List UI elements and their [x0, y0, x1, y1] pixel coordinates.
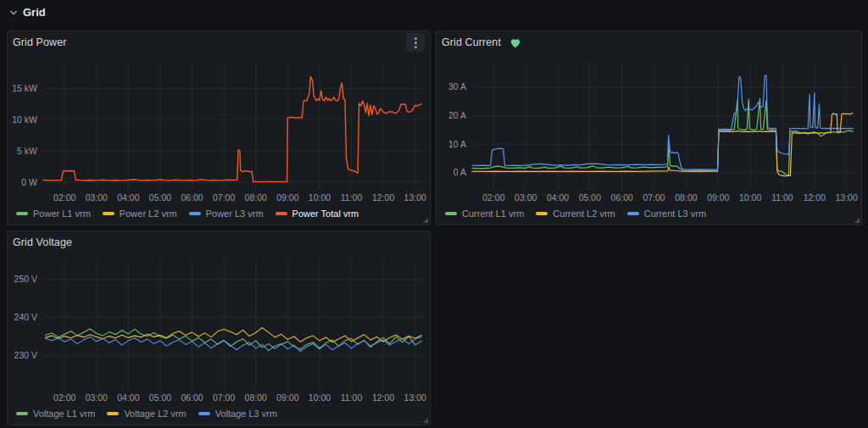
x-tick-label: 07:00 — [643, 192, 665, 203]
y-tick-label: 20 A — [448, 110, 466, 120]
legend-label: Voltage L3 vrm — [215, 409, 277, 419]
panel-grid-current: Grid Current 02:0003:0004:0005:0006:0007… — [436, 31, 862, 225]
chart-grid-power[interactable]: 02:0003:0004:0005:0006:0007:0008:0009:00… — [8, 53, 430, 204]
panel-title: Grid Current — [442, 36, 501, 48]
x-tick-label: 11:00 — [771, 192, 793, 203]
legend-grid-power: Power L1 vrmPower L2 vrmPower L3 vrmPowe… — [8, 204, 430, 225]
legend-item-power-l1-vrm[interactable]: Power L1 vrm — [16, 208, 91, 219]
x-tick-label: 11:00 — [341, 192, 363, 203]
legend-swatch — [103, 212, 114, 215]
x-tick-label: 02:00 — [53, 192, 75, 203]
x-tick-label: 12:00 — [804, 192, 826, 203]
kebab-menu-icon[interactable] — [406, 33, 425, 52]
x-tick-label: 05:00 — [579, 192, 601, 203]
x-tick-label: 03:00 — [86, 392, 108, 403]
panel-header[interactable]: Grid Voltage — [8, 231, 430, 253]
legend-label: Power L3 vrm — [206, 208, 264, 219]
x-tick-label: 03:00 — [86, 192, 108, 203]
legend-grid-voltage: Voltage L1 vrmVoltage L2 vrmVoltage L3 v… — [8, 404, 430, 425]
y-tick-label: 0 W — [21, 177, 37, 187]
x-tick-label: 06:00 — [611, 192, 633, 203]
y-tick-label: 0 A — [453, 167, 466, 177]
x-tick-label: 08:00 — [245, 392, 267, 403]
x-tick-label: 05:00 — [149, 392, 171, 403]
y-tick-label: 30 A — [448, 81, 466, 92]
y-tick-label: 240 V — [14, 312, 37, 322]
x-tick-label: 04:00 — [117, 392, 139, 403]
chart-grid-current[interactable]: 02:0003:0004:0005:0006:0007:0008:0009:00… — [437, 53, 861, 204]
panel-header[interactable]: Grid Current — [437, 31, 861, 53]
legend-item-current-l3-vrm[interactable]: Current L3 vrm — [627, 208, 706, 219]
legend-item-power-l2-vrm[interactable]: Power L2 vrm — [103, 208, 177, 219]
heart-icon — [509, 37, 521, 48]
panel-title: Grid Power — [13, 36, 67, 48]
legend-item-voltage-l2-vrm[interactable]: Voltage L2 vrm — [107, 409, 186, 419]
legend-swatch — [198, 412, 210, 415]
x-tick-label: 10:00 — [309, 392, 331, 403]
legend-label: Power Total vrm — [292, 208, 359, 219]
legend-swatch — [16, 212, 28, 215]
x-tick-label: 06:00 — [181, 392, 203, 403]
legend-label: Current L2 vrm — [553, 208, 615, 219]
x-tick-label: 08:00 — [245, 192, 267, 203]
y-tick-label: 250 V — [14, 274, 37, 284]
legend-label: Power L2 vrm — [120, 208, 177, 219]
y-tick-label: 230 V — [14, 350, 37, 360]
y-tick-label: 10 A — [448, 139, 466, 149]
legend-swatch — [189, 212, 201, 215]
x-tick-label: 09:00 — [276, 392, 298, 403]
panel-header[interactable]: Grid Power — [8, 31, 430, 53]
chevron-down-icon — [8, 8, 19, 18]
x-tick-label: 13:00 — [836, 192, 858, 203]
x-tick-label: 13:00 — [404, 392, 426, 403]
panel-grid-voltage: Grid Voltage 02:0003:0004:0005:0006:0007… — [7, 231, 431, 425]
legend-swatch — [107, 412, 119, 415]
legend-swatch — [445, 212, 457, 215]
x-tick-label: 12:00 — [372, 392, 394, 403]
x-tick-label: 10:00 — [309, 192, 331, 203]
chart-grid-voltage[interactable]: 02:0003:0004:0005:0006:0007:0008:0009:00… — [8, 253, 430, 404]
legend-label: Voltage L2 vrm — [124, 409, 186, 419]
x-tick-label: 04:00 — [547, 192, 569, 203]
legend-swatch — [16, 412, 28, 415]
x-tick-label: 07:00 — [213, 192, 235, 203]
panel-resize-handle[interactable] — [423, 418, 428, 423]
x-tick-label: 07:00 — [213, 392, 235, 403]
x-tick-label: 06:00 — [181, 192, 203, 203]
legend-item-voltage-l3-vrm[interactable]: Voltage L3 vrm — [198, 409, 277, 419]
legend-swatch — [627, 212, 639, 215]
y-tick-label: 5 kW — [17, 146, 37, 156]
x-tick-label: 11:00 — [341, 392, 363, 403]
x-tick-label: 10:00 — [739, 192, 761, 203]
x-tick-label: 09:00 — [276, 192, 298, 203]
x-tick-label: 12:00 — [372, 192, 394, 203]
legend-label: Current L3 vrm — [644, 208, 706, 219]
legend-label: Power L1 vrm — [33, 208, 91, 219]
row-title: Grid — [23, 6, 46, 19]
legend-item-power-l3-vrm[interactable]: Power L3 vrm — [189, 208, 264, 219]
row-header-grid[interactable]: Grid — [8, 6, 46, 19]
legend-item-current-l2-vrm[interactable]: Current L2 vrm — [536, 208, 615, 219]
x-tick-label: 02:00 — [482, 192, 504, 203]
legend-swatch — [536, 212, 548, 215]
x-tick-label: 09:00 — [707, 192, 729, 203]
x-tick-label: 08:00 — [675, 192, 697, 203]
x-tick-label: 02:00 — [53, 392, 75, 403]
legend-label: Current L1 vrm — [462, 208, 524, 219]
series-line-current-l3-vrm — [472, 75, 853, 170]
legend-swatch — [275, 212, 287, 215]
series-line-current-l1-vrm — [472, 98, 853, 175]
legend-label: Voltage L1 vrm — [33, 409, 95, 419]
panel-title: Grid Voltage — [13, 236, 72, 248]
panel-resize-handle[interactable] — [423, 218, 428, 223]
panel-grid-power: Grid Power 02:0003:0004:0005:0006:0007:0… — [7, 31, 431, 225]
x-tick-label: 03:00 — [515, 192, 537, 203]
x-tick-label: 04:00 — [117, 192, 139, 203]
legend-item-power-total-vrm[interactable]: Power Total vrm — [275, 208, 359, 219]
legend-item-current-l1-vrm[interactable]: Current L1 vrm — [445, 208, 524, 219]
y-tick-label: 10 kW — [12, 114, 37, 125]
series-line-power-total-vrm — [43, 76, 421, 181]
x-tick-label: 05:00 — [149, 192, 171, 203]
panel-resize-handle[interactable] — [854, 218, 860, 223]
legend-item-voltage-l1-vrm[interactable]: Voltage L1 vrm — [16, 409, 95, 419]
